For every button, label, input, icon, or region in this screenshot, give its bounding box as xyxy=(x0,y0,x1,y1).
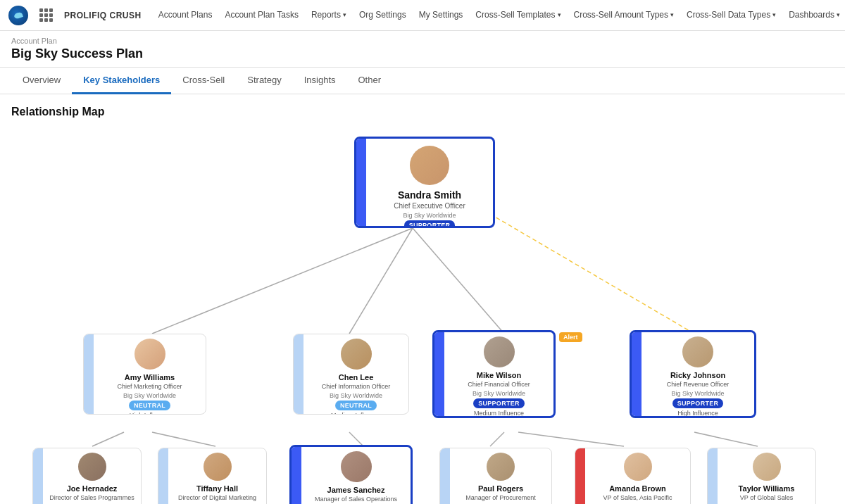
card-sandra[interactable]: Sandra Smith Chief Executive Officer Big… xyxy=(354,137,495,228)
avatar-mike xyxy=(484,336,515,367)
svg-line-0 xyxy=(152,228,413,334)
svg-line-4 xyxy=(92,432,124,446)
card-body: Chen Lee Chief Information Officer Big S… xyxy=(303,334,408,414)
person-title: Manager of Sales Operations xyxy=(315,496,397,503)
tab-other[interactable]: Other xyxy=(347,68,393,94)
card-sidebar xyxy=(294,334,303,414)
person-company: Big Sky Worldwide xyxy=(403,212,456,219)
person-title: Chief Executive Officer xyxy=(394,202,465,210)
nav-account-plan-tasks[interactable]: Account Plan Tasks xyxy=(219,0,304,31)
avatar-james xyxy=(341,451,372,482)
nav-cross-sell-amount-types[interactable]: Cross-Sell Amount Types ▾ xyxy=(568,0,680,31)
card-body: Amanda Brown VP of Sales, Asia Pacific B… xyxy=(585,448,690,504)
card-body: Mike Wilson Chief Financial Officer Big … xyxy=(444,332,553,416)
nav-my-settings[interactable]: My Settings xyxy=(413,0,469,31)
card-tiffany[interactable]: Tiffany Hall Director of Digital Marketi… xyxy=(158,448,267,504)
card-sidebar xyxy=(632,332,641,416)
avatar-taylor xyxy=(753,453,781,481)
card-sidebar xyxy=(292,447,301,504)
person-name: Chen Lee xyxy=(339,373,374,382)
card-taylor[interactable]: Taylor Williams VP of Global Sales FASTS… xyxy=(707,448,816,504)
person-company: Big Sky Worldwide xyxy=(330,392,382,399)
svg-line-9 xyxy=(694,432,758,446)
influence: High Influence xyxy=(677,410,718,417)
badge: SUPPORTER xyxy=(404,220,456,228)
card-joe[interactable]: Joe Hernadez Director of Sales Programme… xyxy=(32,448,142,504)
person-title: Chief Information Officer xyxy=(322,383,390,391)
card-sidebar xyxy=(708,448,718,504)
nav-cross-sell-data-types[interactable]: Cross-Sell Data Types ▾ xyxy=(681,0,782,31)
relationship-map: Alert Blocker Sandra Smith Chief Executi… xyxy=(11,130,814,504)
card-amanda[interactable]: Amanda Brown VP of Sales, Asia Pacific B… xyxy=(575,448,691,504)
person-name: Tiffany Hall xyxy=(196,484,238,493)
svg-line-2 xyxy=(413,228,504,334)
svg-line-7 xyxy=(490,432,504,446)
person-title: Chief Financial Officer xyxy=(468,381,530,389)
card-sidebar xyxy=(33,448,43,504)
tab-cross-sell[interactable]: Cross-Sell xyxy=(171,68,236,94)
card-body: Joe Hernadez Director of Sales Programme… xyxy=(43,448,141,504)
card-paul[interactable]: Paul Rogers Manager of Procurement Big S… xyxy=(439,448,552,504)
card-chen[interactable]: Chen Lee Chief Information Officer Big S… xyxy=(293,334,409,415)
tab-insights[interactable]: Insights xyxy=(293,68,347,94)
person-company: Big Sky Worldwide xyxy=(123,392,176,399)
brand-name: PROLIFIQ CRUSH xyxy=(64,11,142,20)
nav-org-settings[interactable]: Org Settings xyxy=(353,0,412,31)
nav-dashboards[interactable]: Dashboards ▾ xyxy=(783,0,845,31)
card-ricky[interactable]: Ricky Johnson Chief Revenue Officer Big … xyxy=(630,330,756,418)
avatar-ricky xyxy=(682,336,713,367)
card-amy[interactable]: Amy Williams Chief Marketing Officer Big… xyxy=(83,334,206,415)
influence: High Influence xyxy=(130,412,170,415)
person-title: Director of Digital Marketing xyxy=(178,494,256,502)
breadcrumb: Account Plan xyxy=(11,37,834,45)
nav-account-plans[interactable]: Account Plans xyxy=(153,0,218,31)
person-name: Amy Williams xyxy=(125,373,175,382)
card-body: Tiffany Hall Director of Digital Marketi… xyxy=(168,448,266,504)
tab-overview[interactable]: Overview xyxy=(11,68,72,94)
tabs: Overview Key Stakeholders Cross-Sell Str… xyxy=(0,68,845,94)
nav-cross-sell-templates[interactable]: Cross-Sell Templates ▾ xyxy=(470,0,566,31)
person-title: VP of Global Sales xyxy=(740,494,793,502)
page-title: Big Sky Success Plan xyxy=(11,46,834,67)
svg-line-1 xyxy=(349,228,413,334)
avatar-paul xyxy=(487,453,515,481)
card-body: Taylor Williams VP of Global Sales FASTS… xyxy=(718,448,815,504)
person-name: Mike Wilson xyxy=(477,371,521,379)
avatar-joe xyxy=(78,453,106,481)
nav-links: Account Plans Account Plan Tasks Reports… xyxy=(153,0,845,31)
avatar-tiffany xyxy=(204,453,232,481)
person-company: Big Sky Worldwide xyxy=(472,390,525,397)
badge: NEUTRAL xyxy=(335,401,377,410)
svg-line-5 xyxy=(152,432,215,446)
card-sidebar xyxy=(434,332,444,416)
app-logo xyxy=(8,6,28,25)
nav-reports[interactable]: Reports ▾ xyxy=(306,0,352,31)
person-name: James Sanchez xyxy=(327,486,385,494)
person-company: Big Sky Worldwide xyxy=(672,390,725,397)
person-name: Ricky Johnson xyxy=(670,371,725,379)
card-body: Sandra Smith Chief Executive Officer Big… xyxy=(366,139,493,226)
avatar-amy xyxy=(134,339,165,370)
tab-strategy[interactable]: Strategy xyxy=(236,68,292,94)
page-header: Account Plan Big Sky Success Plan xyxy=(0,31,845,68)
card-james[interactable]: James Sanchez Manager of Sales Operation… xyxy=(289,445,413,504)
influence: Medium Influence xyxy=(331,412,381,415)
card-body: James Sanchez Manager of Sales Operation… xyxy=(301,447,411,504)
svg-line-3 xyxy=(490,214,694,334)
person-name: Joe Hernadez xyxy=(67,484,118,493)
svg-line-8 xyxy=(518,432,624,446)
card-mike[interactable]: Mike Wilson Chief Financial Officer Big … xyxy=(432,330,556,418)
avatar-amanda xyxy=(624,453,652,481)
section-title: Relationship Map xyxy=(11,106,834,118)
alert-badge: Alert xyxy=(559,332,582,342)
avatar-sandra xyxy=(410,146,449,185)
person-title: VP of Sales, Asia Pacific xyxy=(603,494,672,502)
person-title: Chief Marketing Officer xyxy=(118,383,182,391)
grid-icon[interactable] xyxy=(39,8,53,22)
card-body: Ricky Johnson Chief Revenue Officer Big … xyxy=(641,332,754,416)
person-name: Paul Rogers xyxy=(478,484,523,493)
person-name: Sandra Smith xyxy=(398,189,461,201)
tab-key-stakeholders[interactable]: Key Stakeholders xyxy=(72,68,171,94)
card-sidebar xyxy=(84,334,94,414)
person-title: Director of Sales Programmes xyxy=(49,494,134,502)
